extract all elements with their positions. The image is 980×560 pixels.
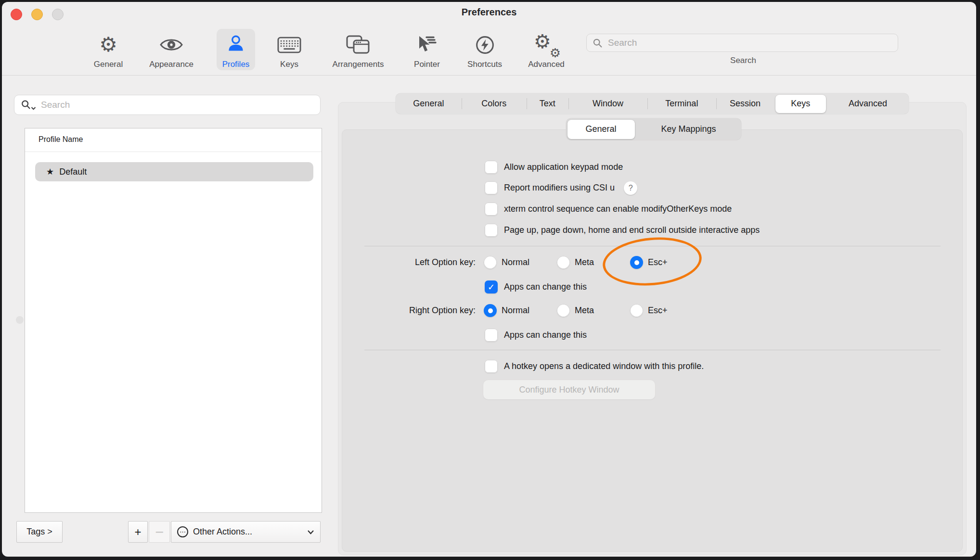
ellipsis-circle-icon: ⋯ bbox=[177, 526, 188, 537]
keys-subtabs: General Key Mappings bbox=[566, 118, 741, 140]
remove-profile-button[interactable]: − bbox=[149, 521, 170, 543]
tab-window[interactable]: Window bbox=[568, 93, 647, 114]
checkbox-unchecked[interactable] bbox=[485, 224, 498, 237]
toolbar-item-general[interactable]: ⚙ General bbox=[87, 29, 130, 70]
toolbar-item-shortcuts[interactable]: Shortcuts bbox=[459, 29, 510, 70]
star-icon: ★ bbox=[46, 167, 54, 176]
search-icon bbox=[593, 38, 603, 48]
tab-text[interactable]: Text bbox=[527, 93, 569, 114]
subtab-general[interactable]: General bbox=[567, 120, 635, 139]
tags-button[interactable]: Tags > bbox=[16, 521, 63, 543]
radio-unselected[interactable] bbox=[484, 256, 497, 269]
left-option-normal[interactable]: Normal bbox=[484, 256, 529, 269]
toolbar-item-keys[interactable]: Keys bbox=[275, 29, 304, 70]
tab-general[interactable]: General bbox=[396, 93, 462, 114]
bolt-icon bbox=[474, 31, 496, 59]
other-actions-dropdown[interactable]: ⋯ Other Actions... bbox=[171, 521, 321, 543]
preferences-window: Preferences ⚙ General Appearance Profile… bbox=[2, 2, 976, 557]
profile-row-default[interactable]: ★ Default bbox=[35, 162, 313, 181]
checkbox-checked[interactable]: ✓ bbox=[485, 280, 498, 293]
window-title: Preferences bbox=[2, 7, 976, 18]
other-actions-label: Other Actions... bbox=[193, 527, 252, 537]
toolbar-item-arrangements[interactable]: Arrangements bbox=[322, 29, 394, 70]
toolbar-search-field[interactable] bbox=[586, 34, 898, 52]
section-divider bbox=[364, 246, 941, 246]
right-apps-can-change[interactable]: Apps can change this bbox=[485, 329, 587, 342]
left-option-label: Left Option key: bbox=[310, 257, 476, 267]
checkbox-row-modifyotherkeys[interactable]: xterm control sequence can enable modify… bbox=[485, 203, 732, 216]
radio-unselected[interactable] bbox=[557, 256, 570, 269]
toolbar-divider bbox=[2, 75, 976, 76]
search-icon bbox=[21, 100, 36, 110]
chevron-down-icon bbox=[307, 530, 314, 535]
tab-terminal[interactable]: Terminal bbox=[647, 93, 716, 114]
checkbox-unchecked[interactable] bbox=[485, 329, 498, 342]
left-apps-can-change[interactable]: ✓ Apps can change this bbox=[485, 280, 587, 293]
pane-resize-dot bbox=[16, 316, 24, 324]
right-option-meta[interactable]: Meta bbox=[557, 304, 594, 317]
person-icon bbox=[225, 31, 247, 59]
radio-selected[interactable] bbox=[484, 304, 497, 317]
toolbar-item-appearance[interactable]: Appearance bbox=[140, 29, 203, 70]
radio-selected[interactable] bbox=[630, 256, 643, 269]
gears-icon: ⚙⚙ bbox=[534, 31, 559, 59]
cursor-icon bbox=[416, 31, 438, 59]
checkbox-row-keypad[interactable]: Allow application keypad mode bbox=[485, 161, 623, 174]
profile-tabs: General Colors Text Window Terminal Sess… bbox=[396, 93, 909, 114]
toolbar-search-input[interactable] bbox=[607, 37, 892, 49]
tab-advanced[interactable]: Advanced bbox=[827, 93, 909, 114]
checkbox-unchecked[interactable] bbox=[485, 360, 498, 373]
right-option-esc[interactable]: Esc+ bbox=[630, 304, 668, 317]
profile-name: Default bbox=[59, 167, 87, 177]
left-option-meta[interactable]: Meta bbox=[557, 256, 594, 269]
profile-list-header: Profile Name bbox=[39, 135, 83, 144]
section-divider bbox=[364, 350, 941, 350]
gear-icon: ⚙ bbox=[99, 31, 117, 59]
radio-unselected[interactable] bbox=[557, 304, 570, 317]
radio-unselected[interactable] bbox=[630, 304, 643, 317]
windows-icon bbox=[346, 31, 370, 59]
checkbox-row-csi-u[interactable]: Report modifiers using CSI u ? bbox=[485, 181, 637, 194]
checkbox-unchecked[interactable] bbox=[485, 181, 498, 194]
subtab-key-mappings[interactable]: Key Mappings bbox=[636, 118, 741, 140]
tab-session[interactable]: Session bbox=[716, 93, 774, 114]
hotkey-checkbox-row[interactable]: A hotkey opens a dedicated window with t… bbox=[485, 360, 704, 373]
checkbox-unchecked[interactable] bbox=[485, 203, 498, 216]
configure-hotkey-window-button[interactable]: Configure Hotkey Window bbox=[483, 380, 655, 399]
profile-list: Profile Name ★ Default bbox=[25, 128, 322, 513]
toolbar-item-pointer[interactable]: Pointer bbox=[405, 29, 449, 70]
eye-icon bbox=[159, 31, 183, 59]
left-option-esc[interactable]: Esc+ bbox=[630, 256, 668, 269]
minus-icon: − bbox=[155, 525, 164, 539]
plus-icon: + bbox=[134, 525, 141, 539]
toolbar-item-advanced[interactable]: ⚙⚙ Advanced bbox=[520, 29, 573, 70]
checkbox-unchecked[interactable] bbox=[485, 161, 498, 174]
help-icon[interactable]: ? bbox=[624, 181, 637, 195]
right-option-label: Right Option key: bbox=[310, 305, 476, 316]
checkbox-row-page-scroll[interactable]: Page up, page down, home and end scroll … bbox=[485, 224, 760, 237]
profile-search-input[interactable] bbox=[40, 99, 314, 111]
toolbar-item-profiles[interactable]: Profiles bbox=[217, 29, 255, 70]
chevron-down-icon bbox=[31, 106, 36, 110]
keyboard-icon bbox=[277, 31, 301, 59]
keys-general-panel bbox=[342, 129, 963, 552]
profile-search-field[interactable] bbox=[14, 95, 321, 115]
add-profile-button[interactable]: + bbox=[128, 521, 148, 543]
right-option-normal[interactable]: Normal bbox=[484, 304, 529, 317]
tab-colors[interactable]: Colors bbox=[462, 93, 527, 114]
toolbar-search-caption: Search bbox=[695, 56, 791, 65]
checkmark-icon: ✓ bbox=[488, 283, 495, 292]
tab-keys[interactable]: Keys bbox=[775, 95, 826, 113]
